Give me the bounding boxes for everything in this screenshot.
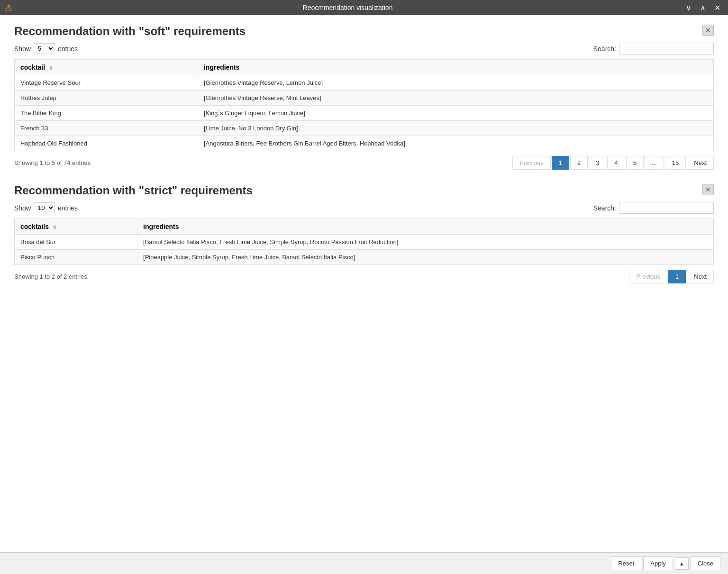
section-strict-controls: Show 5 10 25 50 entries Search: bbox=[14, 202, 714, 214]
collapse-button[interactable]: ▲ bbox=[675, 557, 689, 570]
sort-icon-cocktail: ⇅ bbox=[49, 65, 53, 71]
section-soft-close-button[interactable]: ✕ bbox=[702, 25, 714, 36]
search-input-soft[interactable] bbox=[619, 43, 714, 55]
show-label-soft: Show bbox=[14, 45, 31, 53]
strict-pagination-info: Showing 1 to 2 of 2 entries bbox=[14, 273, 87, 280]
soft-cocktail-cell: French 33 bbox=[15, 121, 198, 136]
strict-table-row: Brisa del Sur[Barsol Selecto Italia Pisc… bbox=[15, 235, 714, 250]
titlebar: ⚠ Reocmmendation visualization ∨ ∧ ✕ bbox=[0, 0, 728, 15]
soft-prev-button[interactable]: Previous bbox=[512, 156, 551, 170]
soft-page-1-button[interactable]: 1 bbox=[552, 156, 569, 170]
soft-page-2-button[interactable]: 2 bbox=[570, 156, 588, 170]
strict-cocktail-cell: Brisa del Sur bbox=[15, 235, 137, 250]
titlebar-controls: ∨ ∧ ✕ bbox=[683, 2, 723, 13]
bottom-bar: Reset Apply ▲ Close bbox=[0, 552, 728, 574]
sort-icon-cocktails: ⇅ bbox=[53, 225, 56, 230]
soft-cocktail-cell: Hophead Old Fashioned bbox=[15, 136, 198, 151]
soft-ingredients-cell: [Lime Juice, No.3 London Dry Gin] bbox=[198, 121, 713, 136]
soft-cocktail-cell: Rothes Julep bbox=[15, 91, 198, 106]
strict-pagination: Showing 1 to 2 of 2 entries Previous 1 N… bbox=[14, 270, 714, 283]
soft-table-row: Vintage Reserve Sour[Glenrothes Vintage … bbox=[15, 75, 714, 91]
entries-select-strict[interactable]: 5 10 25 50 bbox=[34, 202, 55, 213]
show-entries-soft: Show 5 10 25 50 entries bbox=[14, 43, 78, 54]
strict-table-body: Brisa del Sur[Barsol Selecto Italia Pisc… bbox=[15, 235, 714, 265]
search-soft: Search: bbox=[593, 43, 714, 55]
section-strict-close-button[interactable]: ✕ bbox=[702, 184, 714, 195]
reset-button[interactable]: Reset bbox=[611, 556, 641, 570]
soft-table-row: French 33[Lime Juice, No.3 London Dry Gi… bbox=[15, 121, 714, 136]
section-strict-title: Recommendation with "strict" requirement… bbox=[14, 184, 253, 197]
strict-table-header-row: cocktails ⇅ ingredients bbox=[15, 219, 714, 235]
apply-button[interactable]: Apply bbox=[643, 556, 673, 570]
soft-table: cocktail ⇅ ingredients Vintage Reserve S… bbox=[14, 59, 714, 151]
soft-page-5-button[interactable]: 5 bbox=[626, 156, 644, 170]
soft-ingredients-cell: [Angostura Bitters, Fee Brothers Gin Bar… bbox=[198, 136, 713, 151]
search-label-soft: Search: bbox=[593, 45, 616, 53]
section-soft-controls: Show 5 10 25 50 entries Search: bbox=[14, 43, 714, 55]
soft-pagination: Showing 1 to 5 of 74 entries Previous 1 … bbox=[14, 156, 714, 170]
strict-col-cocktails: cocktails ⇅ bbox=[15, 219, 137, 235]
soft-table-header-row: cocktail ⇅ ingredients bbox=[15, 60, 714, 75]
soft-page-3-button[interactable]: 3 bbox=[589, 156, 606, 170]
section-soft: Recommendation with "soft" requirements … bbox=[14, 25, 714, 170]
entries-select-soft[interactable]: 5 10 25 50 bbox=[34, 43, 55, 54]
soft-cocktail-cell: Vintage Reserve Sour bbox=[15, 75, 198, 91]
section-soft-header: Recommendation with "soft" requirements … bbox=[14, 25, 714, 38]
strict-ingredients-cell: [Barsol Selecto Italia Pisco, Fresh Lime… bbox=[137, 235, 714, 250]
section-soft-title: Recommendation with "soft" requirements bbox=[14, 25, 246, 38]
close-button[interactable]: Close bbox=[691, 556, 720, 570]
soft-ingredients-cell: [King`s Ginger Liqueur, Lemon Juice] bbox=[198, 106, 713, 121]
strict-pagination-controls: Previous 1 Next bbox=[629, 270, 714, 283]
warning-icon: ⚠ bbox=[5, 2, 12, 13]
soft-page-15-button[interactable]: 15 bbox=[665, 156, 686, 170]
collapse-up-button[interactable]: ∧ bbox=[697, 2, 709, 13]
soft-pagination-info: Showing 1 to 5 of 74 entries bbox=[14, 159, 91, 166]
search-strict: Search: bbox=[593, 202, 714, 214]
soft-next-button[interactable]: Next bbox=[687, 156, 714, 170]
soft-table-row: Hophead Old Fashioned[Angostura Bitters,… bbox=[15, 136, 714, 151]
close-window-button[interactable]: ✕ bbox=[711, 2, 723, 13]
section-strict-header: Recommendation with "strict" requirement… bbox=[14, 184, 714, 197]
show-entries-strict: Show 5 10 25 50 entries bbox=[14, 202, 78, 213]
search-input-strict[interactable] bbox=[619, 202, 714, 214]
strict-cocktail-cell: Pisco Punch bbox=[15, 250, 137, 265]
entries-label-strict: entries bbox=[58, 204, 78, 212]
soft-cocktail-cell: The Bitter King bbox=[15, 106, 198, 121]
strict-next-button[interactable]: Next bbox=[687, 270, 714, 283]
strict-ingredients-cell: [Pineapple Juice, Simple Syrup, Fresh Li… bbox=[137, 250, 714, 265]
strict-table-row: Pisco Punch[Pineapple Juice, Simple Syru… bbox=[15, 250, 714, 265]
titlebar-title: Reocmmendation visualization bbox=[12, 4, 683, 11]
section-strict: Recommendation with "strict" requirement… bbox=[14, 184, 714, 283]
soft-page-ellipsis-button[interactable]: ... bbox=[645, 156, 664, 170]
soft-ingredients-cell: [Glenrothes Vintage Reserve, Mint Leaves… bbox=[198, 91, 713, 106]
soft-table-row: The Bitter King[King`s Ginger Liqueur, L… bbox=[15, 106, 714, 121]
soft-col-ingredients: ingredients bbox=[198, 60, 713, 75]
soft-ingredients-cell: [Glenrothes Vintage Reserve, Lemon Juice… bbox=[198, 75, 713, 91]
strict-col-ingredients: ingredients bbox=[137, 219, 714, 235]
soft-pagination-controls: Previous 1 2 3 4 5 ... 15 Next bbox=[512, 156, 714, 170]
show-label-strict: Show bbox=[14, 204, 31, 212]
strict-table: cocktails ⇅ ingredients Brisa del Sur[Ba… bbox=[14, 219, 714, 265]
collapse-down-button[interactable]: ∨ bbox=[683, 2, 694, 13]
soft-col-cocktail: cocktail ⇅ bbox=[15, 60, 198, 75]
search-label-strict: Search: bbox=[593, 204, 616, 212]
strict-page-1-button[interactable]: 1 bbox=[668, 270, 686, 283]
soft-page-4-button[interactable]: 4 bbox=[607, 156, 625, 170]
strict-prev-button[interactable]: Previous bbox=[629, 270, 667, 283]
soft-table-body: Vintage Reserve Sour[Glenrothes Vintage … bbox=[15, 75, 714, 151]
entries-label-soft: entries bbox=[58, 45, 78, 53]
main-content: Recommendation with "soft" requirements … bbox=[0, 15, 728, 574]
soft-table-row: Rothes Julep[Glenrothes Vintage Reserve,… bbox=[15, 91, 714, 106]
